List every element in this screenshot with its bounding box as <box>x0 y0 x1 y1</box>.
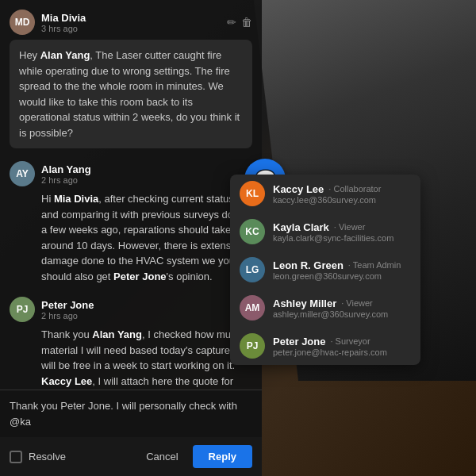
message-1-header: MD Mia Divia 3 hrs ago ✏ 🗑 <box>10 10 252 35</box>
mention-alan-yang: Alan Yang <box>40 49 90 61</box>
mention-info-kaccy: Kaccy Lee · Collaborator kaccy.lee@360su… <box>273 183 411 205</box>
avatar-mia: MD <box>10 10 35 35</box>
mention-avatar-peter-dropdown: PJ <box>240 333 265 359</box>
mention-email-leon: leon.green@360survey.com <box>273 271 411 281</box>
messages-area: MD Mia Divia 3 hrs ago ✏ 🗑 Hey Alan Yang… <box>0 0 262 390</box>
mention-name-line-peter: Peter Jone · Surveyor <box>273 336 411 347</box>
message-1: MD Mia Divia 3 hrs ago ✏ 🗑 Hey Alan Yang… <box>10 10 252 148</box>
avatar-peter: PJ <box>10 297 35 322</box>
message-2-header: AY Alan Yang 2 hrs ago <box>10 161 252 186</box>
mention-role-kayla: · Viewer <box>334 222 366 232</box>
cancel-button[interactable]: Cancel <box>138 446 186 467</box>
mention-mia-divia: Mia Divia <box>54 193 98 205</box>
mention-email-ashley: ashley.miller@360survey.com <box>273 309 411 319</box>
avatar-mia-img: MD <box>10 10 35 35</box>
mention-item-leon[interactable]: LG Leon R. Green · Team Admin leon.green… <box>230 251 420 289</box>
mention-name-kaccy: Kaccy Lee <box>273 183 324 195</box>
mention-avatar-kaccy: KL <box>240 181 265 206</box>
mention-item-kayla[interactable]: KC Kayla Clark · Viewer kayla.clark@sync… <box>230 213 420 251</box>
mention-role-kaccy: · Collaborator <box>328 184 381 194</box>
mention-name-line-leon: Leon R. Green · Team Admin <box>273 259 411 271</box>
sender-name-alan: Alan Yang <box>41 163 91 175</box>
mention-peter-jone-1: Peter Jone <box>113 271 166 282</box>
message-2-text: Hi Mia Divia, after checking current sta… <box>10 191 252 284</box>
mention-email-kayla: kayla.clark@sync-facilities.com <box>273 233 411 243</box>
message-3-header: PJ Peter Jone 2 hrs ago <box>10 297 252 322</box>
mention-info-kayla: Kayla Clark · Viewer kayla.clark@sync-fa… <box>273 221 411 243</box>
message-1-actions: ✏ 🗑 <box>227 16 252 29</box>
mention-info-leon: Leon R. Green · Team Admin leon.green@36… <box>273 259 411 281</box>
reply-button[interactable]: Reply <box>193 445 252 468</box>
sender-name-mia: Mia Divia <box>41 12 86 24</box>
sender-name-peter: Peter Jone <box>41 299 94 311</box>
mention-name-ashley: Ashley Miller <box>273 298 336 309</box>
message-3-meta: Peter Jone 2 hrs ago <box>41 299 94 321</box>
mention-name-line-kayla: Kayla Clark · Viewer <box>273 221 411 233</box>
mention-role-ashley: · Viewer <box>341 298 373 308</box>
mention-item-kaccy[interactable]: KL Kaccy Lee · Collaborator kaccy.lee@36… <box>230 175 420 213</box>
reply-input[interactable]: Thank you Peter Jone. I will personally … <box>0 390 262 437</box>
timestamp-alan: 2 hrs ago <box>41 175 91 185</box>
mention-name-kayla: Kayla Clark <box>273 221 329 233</box>
mention-name-line-ashley: Ashley Miller · Viewer <box>273 298 411 309</box>
mention-name-peter: Peter Jone <box>273 336 325 347</box>
mention-alan-yang-2: Alan Yang <box>92 328 142 340</box>
bottom-bar: Resolve Cancel Reply <box>0 437 262 476</box>
timestamp-peter: 2 hrs ago <box>41 311 94 321</box>
mention-item-peter[interactable]: PJ Peter Jone · Surveyor peter.jone@hvac… <box>230 327 420 365</box>
delete-icon[interactable]: 🗑 <box>241 16 252 29</box>
mention-info-peter: Peter Jone · Surveyor peter.jone@hvac-re… <box>273 336 411 357</box>
mention-avatar-leon: LG <box>240 257 265 282</box>
mention-dropdown: KL Kaccy Lee · Collaborator kaccy.lee@36… <box>230 175 420 365</box>
message-1-bubble: Hey Alan Yang, The Laser cutter caught f… <box>10 40 252 148</box>
edit-icon[interactable]: ✏ <box>227 16 236 29</box>
reply-area: Thank you Peter Jone. I will personally … <box>0 390 262 437</box>
mention-email-kaccy: kaccy.lee@360survey.com <box>273 195 411 205</box>
mention-item-ashley[interactable]: AM Ashley Miller · Viewer ashley.miller@… <box>230 289 420 327</box>
message-1-meta: Mia Divia 3 hrs ago <box>41 12 86 33</box>
mention-email-peter: peter.jone@hvac-repairs.com <box>273 347 411 357</box>
mention-role-leon: · Team Admin <box>348 260 401 270</box>
mention-avatar-kayla: KC <box>240 219 265 244</box>
mention-avatar-ashley: AM <box>240 295 265 321</box>
message-2-meta: Alan Yang 2 hrs ago <box>41 163 91 185</box>
resolve-checkbox[interactable] <box>10 451 22 463</box>
resolve-label: Resolve <box>29 451 66 463</box>
avatar-alan-img: AY <box>10 161 35 186</box>
avatar-alan: AY <box>10 161 35 186</box>
timestamp-mia: 3 hrs ago <box>41 24 86 33</box>
avatar-peter-img: PJ <box>10 297 35 322</box>
mention-name-line-kaccy: Kaccy Lee · Collaborator <box>273 183 411 195</box>
reply-mention-peter: Peter Jone <box>60 400 110 412</box>
message-2: AY Alan Yang 2 hrs ago Hi Mia Divia, aft… <box>10 161 252 284</box>
mention-info-ashley: Ashley Miller · Viewer ashley.miller@360… <box>273 298 411 319</box>
message-3: PJ Peter Jone 2 hrs ago Thank you Alan Y… <box>10 297 252 390</box>
message-3-text: Thank you Alan Yang, I checked how much … <box>10 327 252 390</box>
mention-name-leon: Leon R. Green <box>273 259 344 271</box>
comments-panel: MD Mia Divia 3 hrs ago ✏ 🗑 Hey Alan Yang… <box>0 0 262 476</box>
mention-kaccy-lee: Kaccy Lee <box>41 375 92 387</box>
mention-role-peter: · Surveyor <box>330 336 370 346</box>
